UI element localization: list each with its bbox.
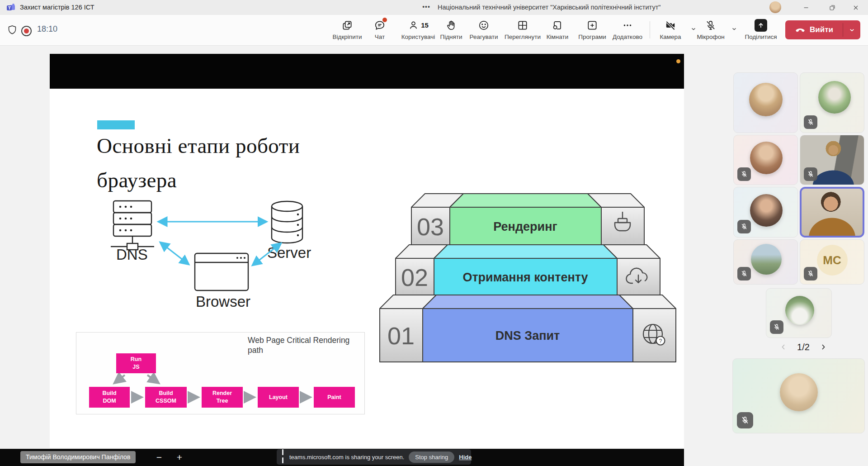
teams-logo-icon — [6, 3, 15, 12]
restore-icon — [829, 4, 836, 11]
close-button[interactable] — [844, 0, 867, 15]
meeting-toolbar: 18:10 Відкріпити Чат — [0, 15, 868, 46]
step-1-label: DNS Запит — [495, 329, 560, 342]
toolbar-button-react[interactable]: Реагувати — [465, 19, 503, 40]
screen-share-toast: teams.microsoft.com is sharing your scre… — [277, 449, 471, 465]
crp-node-build-cssom: BuildCSSOM — [145, 387, 187, 408]
mic-off-icon — [807, 118, 815, 126]
mic-off-icon — [740, 223, 748, 231]
meeting-title: Захист магістрів 126 ІСТ — [20, 0, 94, 15]
svg-text:?: ? — [659, 338, 662, 344]
leave-label: Вийти — [810, 25, 833, 34]
toolbar-button-rooms[interactable]: Кімнати — [541, 19, 574, 40]
participant-avatar — [780, 373, 818, 411]
grid-view-icon — [517, 19, 528, 31]
slide-top-black-bar — [50, 54, 684, 89]
close-icon — [852, 4, 859, 11]
pager-next-chevron[interactable] — [820, 343, 827, 351]
participant-avatar — [750, 142, 783, 174]
minimize-icon — [802, 4, 810, 11]
toolbar-button-mic[interactable]: Мікрофон — [693, 19, 728, 40]
toolbar-button-raise-hand[interactable]: Підняти — [433, 19, 469, 40]
dns-server-icon — [111, 201, 154, 250]
participant-avatar — [749, 83, 783, 116]
participant-avatar — [751, 244, 782, 275]
participant-avatar — [785, 296, 814, 325]
participant-video-tile[interactable] — [800, 135, 864, 185]
minimize-button[interactable] — [795, 0, 817, 15]
mic-off-icon — [807, 270, 815, 278]
add-app-icon — [586, 19, 598, 31]
account-avatar[interactable] — [769, 1, 781, 13]
leave-options-chevron[interactable] — [843, 20, 860, 39]
pause-share-icon — [282, 449, 285, 465]
mic-muted-badge — [737, 220, 751, 233]
mic-muted-badge — [804, 167, 817, 181]
people-icon: 15 — [408, 19, 429, 31]
presenter-pointer-dot — [676, 59, 680, 63]
toolbar-button-chat[interactable]: Чат — [364, 19, 396, 40]
participant-tile[interactable] — [766, 288, 832, 338]
step-3-number: 03 — [417, 213, 444, 240]
step-3-label: Рендеринг — [493, 220, 557, 233]
mic-options-chevron[interactable] — [730, 24, 739, 33]
mic-off-icon — [740, 270, 748, 278]
mic-off-icon — [807, 170, 815, 178]
participant-tile[interactable] — [733, 135, 798, 185]
shared-slide: Основні етапи роботи браузера — [50, 89, 684, 448]
participant-tile[interactable] — [733, 72, 798, 133]
smiley-icon — [478, 19, 490, 31]
toolbar-button-apps[interactable]: Програми — [573, 19, 611, 40]
shield-icon[interactable] — [7, 24, 18, 35]
crp-node-layout: Layout — [258, 387, 299, 408]
participant-count: 15 — [421, 21, 429, 29]
mic-off-icon — [740, 170, 748, 178]
chat-unread-badge — [382, 18, 387, 22]
participants-pager: 1/2 — [774, 340, 833, 354]
mic-muted-badge — [737, 412, 753, 428]
toolbar-button-unpin[interactable]: Відкріпити — [329, 19, 365, 40]
crp-node-run-js: RunJS — [116, 353, 156, 373]
chat-icon — [374, 19, 386, 31]
participant-tile[interactable] — [733, 239, 798, 285]
pager-previous-chevron[interactable] — [780, 343, 787, 351]
recording-indicator — [21, 26, 32, 36]
stop-sharing-button[interactable]: Stop sharing — [409, 452, 454, 463]
crp-node-build-dom: BuildDOM — [89, 387, 130, 408]
participant-tile[interactable] — [733, 187, 798, 238]
toolbar-button-view[interactable]: Переглянути — [501, 19, 544, 40]
toolbar-button-share[interactable]: Поділитися — [742, 19, 779, 40]
diagram-arrows — [159, 222, 281, 265]
participant-tile-large[interactable] — [732, 358, 865, 433]
browser-steps-diagram: 03 Рендеринг 02 Отримання контенту 01 DN… — [376, 190, 680, 366]
share-screen-icon — [755, 19, 767, 32]
titlebar-overflow-button[interactable]: ••• — [418, 0, 434, 15]
toolbar-button-camera[interactable]: Камера — [653, 19, 688, 40]
ellipsis-icon — [622, 19, 633, 31]
mic-muted-badge — [804, 267, 817, 281]
database-icon — [272, 201, 302, 243]
mic-muted-badge — [770, 320, 783, 334]
hide-toast-link[interactable]: Hide — [459, 454, 472, 461]
dns-label: DNS — [116, 246, 148, 263]
zoom-in-button[interactable]: + — [172, 449, 187, 466]
critical-rendering-path-diagram: Web Page Critical Rendering path — [76, 332, 365, 414]
share-toast-message: teams.microsoft.com is sharing your scre… — [289, 454, 404, 461]
mic-off-icon — [773, 323, 781, 331]
mic-off-icon — [705, 19, 717, 31]
meeting-timer: 18:10 — [37, 24, 57, 34]
browser-label: Browser — [196, 293, 250, 310]
participant-tile-initials[interactable]: MC — [800, 239, 864, 285]
mic-muted-badge — [737, 167, 751, 181]
participant-tile[interactable] — [800, 72, 864, 133]
leave-button[interactable]: Вийти — [785, 20, 860, 39]
toolbar-button-more[interactable]: Додатково — [608, 19, 647, 40]
rooms-icon — [552, 19, 563, 31]
participant-avatar — [750, 194, 783, 227]
teams-meeting-window: Захист магістрів 126 ІСТ ••• Національни… — [0, 0, 868, 466]
step-2-number: 02 — [401, 264, 428, 291]
popout-icon — [341, 19, 353, 31]
restore-button[interactable] — [821, 0, 844, 15]
active-speaker-video-tile[interactable] — [800, 187, 864, 238]
zoom-out-button[interactable]: − — [152, 449, 166, 466]
